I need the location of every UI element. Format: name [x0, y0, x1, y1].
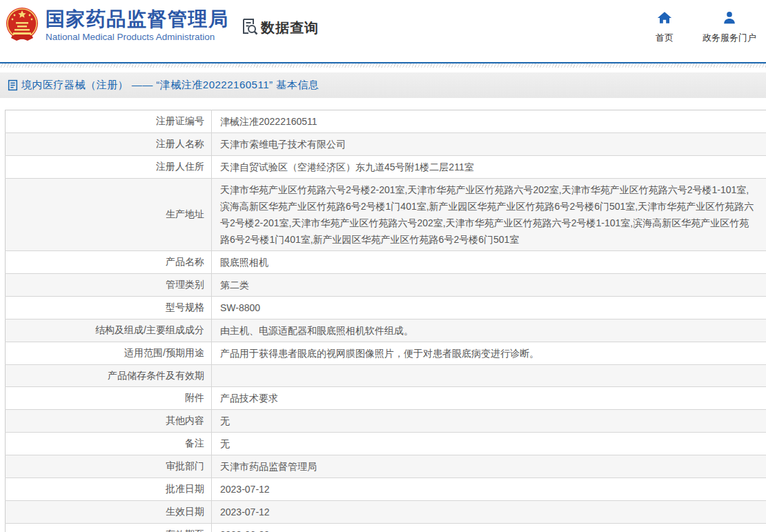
field-value: 津械注准20222160511	[212, 110, 766, 133]
table-row: 产品储存条件及有效期	[6, 365, 766, 387]
field-value: 2023-07-12	[212, 501, 766, 524]
field-label: 生效日期	[6, 501, 212, 524]
breadcrumb: 境内医疗器械（注册） —— “津械注准20222160511” 基本信息	[0, 72, 766, 98]
field-label: 附件	[6, 387, 212, 410]
breadcrumb-text: 境内医疗器械（注册） —— “津械注准20222160511” 基本信息	[21, 79, 319, 92]
brand-logo[interactable]: 国家药品监督管理局 National Medical Products Admi…	[6, 6, 229, 46]
table-row: 审批部门 天津市药品监督管理局	[6, 455, 766, 478]
field-label: 管理类别	[6, 274, 212, 297]
field-label: 注册人名称	[6, 133, 212, 156]
field-label: 型号规格	[6, 297, 212, 319]
field-label: 适用范围/预期用途	[6, 342, 212, 365]
field-value: 天津自贸试验区（空港经济区）东九道45号附1楼二层211室	[212, 156, 766, 179]
table-row: 生效日期 2023-07-12	[6, 501, 766, 524]
field-label: 有效期至	[6, 524, 212, 532]
field-value: 2023-07-12	[212, 478, 766, 501]
field-label: 备注	[6, 433, 212, 455]
field-label: 生产地址	[6, 179, 212, 251]
field-label: 其他内容	[6, 410, 212, 433]
home-icon	[657, 10, 672, 28]
table-row: 其他内容 无	[6, 410, 766, 433]
data-query-label: 数据查询	[261, 19, 319, 37]
site-header: 国家药品监督管理局 National Medical Products Admi…	[0, 0, 766, 62]
table-row: 管理类别 第二类	[6, 274, 766, 297]
field-label: 注册人住所	[6, 156, 212, 179]
field-value: 2028-06-29	[212, 524, 766, 532]
field-label: 结构及组成/主要组成成分	[6, 319, 212, 342]
field-value: 无	[212, 433, 766, 455]
nav-item-portal[interactable]: 政务服务门户	[703, 10, 756, 44]
person-icon	[722, 10, 737, 28]
field-label: 注册证编号	[6, 110, 212, 133]
field-value: SW-8800	[212, 297, 766, 319]
table-row: 批准日期 2023-07-12	[6, 478, 766, 501]
table-row: 型号规格 SW-8800	[6, 297, 766, 319]
nav-item-home[interactable]: 首页	[656, 10, 674, 44]
site-title: 国家药品监督管理局	[46, 8, 229, 31]
table-row: 注册人名称 天津市索维电子技术有限公司	[6, 133, 766, 156]
table-row: 结构及组成/主要组成成分 由主机、电源适配器和眼底照相机软件组成。	[6, 319, 766, 342]
table-row: 生产地址 天津市华苑产业区竹苑路六号2号楼2-201室,天津市华苑产业区竹苑路六…	[6, 179, 766, 251]
field-label: 产品储存条件及有效期	[6, 365, 212, 387]
table-row: 适用范围/预期用途 产品用于获得患者眼底的视网膜图像照片，便于对患者眼底病变进行…	[6, 342, 766, 365]
field-value: 由主机、电源适配器和眼底照相机软件组成。	[212, 319, 766, 342]
nav-home-label: 首页	[656, 32, 674, 44]
table-row: 注册人住所 天津自贸试验区（空港经济区）东九道45号附1楼二层211室	[6, 156, 766, 179]
field-value: 无	[212, 410, 766, 433]
national-emblem-icon	[6, 6, 39, 46]
table-row: 备注 无	[6, 433, 766, 455]
field-value: 天津市索维电子技术有限公司	[212, 133, 766, 156]
table-row: 有效期至 2028-06-29	[6, 524, 766, 532]
document-icon	[7, 79, 19, 91]
nav-portal-label: 政务服务门户	[703, 32, 756, 44]
field-value: 产品用于获得患者眼底的视网膜图像照片，便于对患者眼底病变进行诊断。	[212, 342, 766, 365]
registration-table-body: 注册证编号 津械注准20222160511 注册人名称 天津市索维电子技术有限公…	[6, 110, 766, 532]
registration-info-table: 注册证编号 津械注准20222160511 注册人名称 天津市索维电子技术有限公…	[5, 110, 766, 532]
top-nav: 首页 政务服务门户	[656, 10, 756, 44]
field-label: 产品名称	[6, 251, 212, 274]
field-value	[212, 365, 766, 387]
field-label: 审批部门	[6, 455, 212, 478]
table-row: 附件 产品技术要求	[6, 387, 766, 410]
site-subtitle: National Medical Products Administration	[46, 31, 229, 43]
data-query-icon	[239, 17, 259, 39]
field-value: 天津市华苑产业区竹苑路六号2号楼2-201室,天津市华苑产业区竹苑路六号202室…	[212, 179, 766, 251]
field-label: 批准日期	[6, 478, 212, 501]
field-value: 产品技术要求	[212, 387, 766, 410]
table-row: 产品名称 眼底照相机	[6, 251, 766, 274]
field-value: 天津市药品监督管理局	[212, 455, 766, 478]
field-value: 第二类	[212, 274, 766, 297]
table-row: 注册证编号 津械注准20222160511	[6, 110, 766, 133]
field-value: 眼底照相机	[212, 251, 766, 274]
data-query-section[interactable]: 数据查询	[239, 17, 319, 39]
